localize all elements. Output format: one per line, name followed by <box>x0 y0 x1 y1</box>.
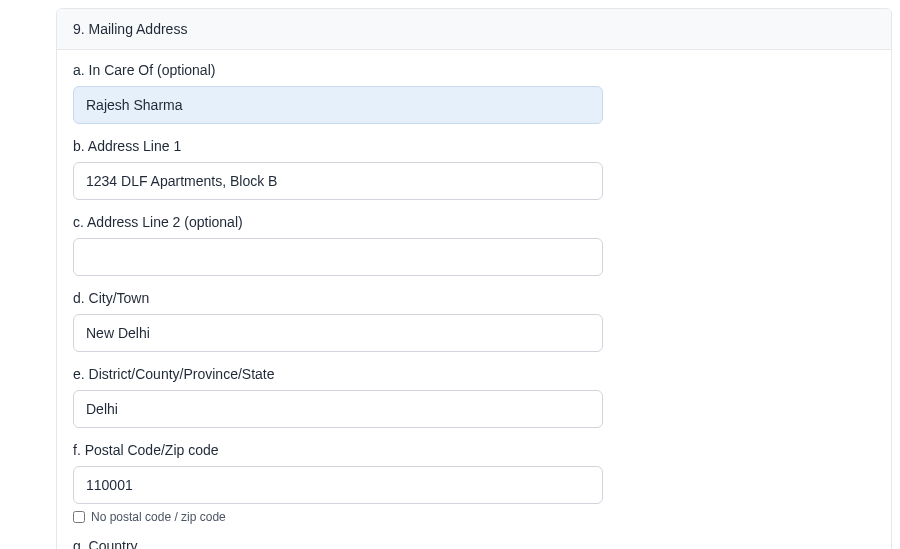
address-line-2-input[interactable] <box>73 238 603 276</box>
no-postal-code-checkbox[interactable] <box>73 511 85 523</box>
field-country: g. Country India <box>73 538 875 549</box>
address-line-2-label: c. Address Line 2 (optional) <box>73 214 875 230</box>
district-input[interactable] <box>73 390 603 428</box>
section-title: 9. Mailing Address <box>57 9 891 50</box>
mailing-address-section: 9. Mailing Address a. In Care Of (option… <box>56 8 892 549</box>
in-care-of-input[interactable] <box>73 86 603 124</box>
no-postal-code-label: No postal code / zip code <box>91 510 226 524</box>
field-postal-code: f. Postal Code/Zip code No postal code /… <box>73 442 875 524</box>
field-address-line-2: c. Address Line 2 (optional) <box>73 214 875 276</box>
country-label: g. Country <box>73 538 875 549</box>
city-label: d. City/Town <box>73 290 875 306</box>
no-postal-code-row: No postal code / zip code <box>73 510 875 524</box>
section-body: a. In Care Of (optional) b. Address Line… <box>57 50 891 549</box>
postal-code-label: f. Postal Code/Zip code <box>73 442 875 458</box>
address-line-1-input[interactable] <box>73 162 603 200</box>
district-label: e. District/County/Province/State <box>73 366 875 382</box>
field-address-line-1: b. Address Line 1 <box>73 138 875 200</box>
address-line-1-label: b. Address Line 1 <box>73 138 875 154</box>
field-district: e. District/County/Province/State <box>73 366 875 428</box>
postal-code-input[interactable] <box>73 466 603 504</box>
city-input[interactable] <box>73 314 603 352</box>
field-city: d. City/Town <box>73 290 875 352</box>
in-care-of-label: a. In Care Of (optional) <box>73 62 875 78</box>
field-in-care-of: a. In Care Of (optional) <box>73 62 875 124</box>
